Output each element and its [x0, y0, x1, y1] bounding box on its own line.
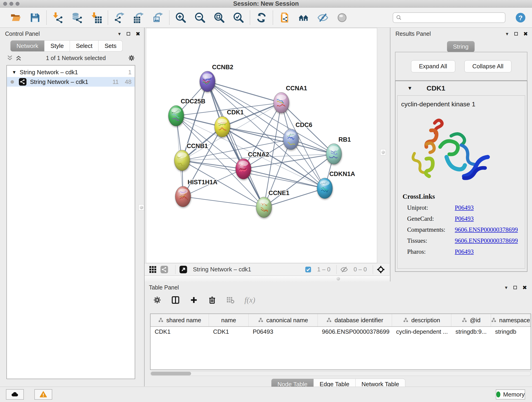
export-image-icon[interactable] [152, 12, 164, 23]
zoom-out-icon[interactable] [194, 12, 206, 23]
tree-expander-icon[interactable]: ▼ [12, 70, 17, 75]
left-splitter-handle[interactable] [139, 204, 144, 211]
zoom-fit-icon[interactable] [214, 12, 225, 23]
tab-string[interactable]: String [447, 41, 475, 52]
network-share-icon[interactable] [160, 265, 168, 274]
cloud-status-button[interactable] [6, 389, 24, 400]
node-gloss-highlight [203, 74, 212, 79]
grid-view-icon[interactable] [149, 265, 157, 274]
panel-menu-icon[interactable]: ▾ [506, 31, 508, 37]
panel-menu-icon[interactable]: ▾ [118, 31, 121, 37]
column-header-@id[interactable]: @id [451, 314, 491, 326]
column-header-database-identifier[interactable]: database identifier [318, 314, 392, 326]
edge-CCNA2-CDKN1A[interactable] [243, 169, 325, 188]
shared-column-icon [326, 317, 332, 323]
collapse-all-networks-icon[interactable] [6, 55, 13, 61]
edge-CCNB2-CCNA1[interactable] [207, 82, 281, 103]
crosslink-link[interactable]: P06493 [455, 248, 474, 255]
column-header-namespace[interactable]: namespace [491, 314, 530, 326]
panel-float-icon[interactable] [513, 286, 517, 289]
crosslink-link[interactable]: 9606.ENSP00000378699 [455, 237, 518, 244]
network-options-gear-icon[interactable] [128, 54, 135, 62]
import-network-from-database-icon[interactable] [71, 12, 83, 23]
import-table-from-file-icon[interactable] [91, 12, 102, 23]
network-row[interactable]: String Network – cdk1 11 48 [7, 77, 135, 87]
entry-expander-icon[interactable]: ▼ [407, 85, 412, 91]
panel-close-icon[interactable]: ✖ [523, 31, 528, 37]
detach-view-icon[interactable] [179, 265, 187, 274]
table-row[interactable]: CDK1CDK1P064939606.ENSP00000378699cyclin… [151, 327, 531, 337]
zoom-in-icon[interactable] [175, 12, 186, 23]
node-CCNA1[interactable]: CCNA1 [273, 85, 307, 113]
collection-count: 1 [119, 69, 132, 76]
home-pages-icon[interactable] [298, 12, 309, 23]
search-box[interactable] [393, 12, 505, 23]
panel-float-icon[interactable] [127, 32, 130, 36]
network-collection-row[interactable]: ▼ String Network – cdk1 1 [7, 67, 135, 77]
tab-select[interactable]: Select [70, 40, 99, 51]
edge-HIST1H1A-CCNE1[interactable] [183, 197, 264, 207]
table-horizontal-scrollbar[interactable] [150, 371, 531, 376]
hidden-eye-icon[interactable] [340, 266, 348, 274]
birds-eye-view-icon[interactable] [377, 265, 385, 274]
title-bar: Session: New Session [0, 0, 532, 7]
node-gloss-highlight [239, 161, 248, 166]
protein-entry-header[interactable]: ▼ CDK1 [395, 81, 527, 95]
panel-close-icon[interactable]: ✖ [522, 284, 527, 291]
network-overview-icon[interactable] [279, 12, 290, 23]
import-network-from-file-icon[interactable] [52, 12, 64, 23]
network-icon [19, 78, 27, 86]
crosslink-link[interactable]: 9606.ENSP00000378699 [455, 226, 518, 233]
open-session-icon[interactable] [10, 12, 22, 23]
add-column-icon[interactable] [190, 296, 198, 304]
column-header-description[interactable]: description [392, 314, 451, 326]
network-view-toolbar: String Network – cdk1 1 – 0 0 – 0 [145, 263, 389, 276]
network-view-canvas[interactable]: CCNB2CCNA1CDC25BCDK1CDC6RB1CCNB1CCNA2CDK… [146, 28, 377, 263]
edge-CCNB2-CCNE1[interactable] [207, 82, 264, 207]
protein-entry-body: cyclin-dependent kinase 1 [397, 95, 525, 269]
panel-menu-icon[interactable]: ▾ [505, 285, 507, 291]
tab-sets[interactable]: Sets [99, 40, 123, 51]
column-header-shared-name[interactable]: shared name [151, 314, 209, 326]
search-input[interactable] [404, 14, 502, 21]
svg-text:?: ? [519, 14, 523, 22]
tab-style[interactable]: Style [44, 40, 70, 51]
column-header-name[interactable]: name [209, 314, 249, 326]
crosslink-link[interactable]: P06493 [455, 204, 474, 211]
tab-network[interactable]: Network [10, 40, 44, 51]
node-label: CCNB2 [212, 64, 233, 70]
panel-close-icon[interactable]: ✖ [136, 31, 140, 37]
update-view-icon[interactable] [256, 12, 267, 23]
show-columns-icon[interactable] [171, 296, 180, 304]
node-label: CDKN1A [329, 171, 355, 177]
node-CDKN1A[interactable]: CDKN1A [317, 171, 355, 199]
crosslink-link[interactable]: P06493 [455, 215, 474, 222]
expand-all-networks-icon[interactable] [15, 55, 22, 61]
memory-button[interactable]: Memory [496, 389, 525, 400]
expand-all-button[interactable]: Expand All [411, 60, 455, 72]
results-buttons-box: Expand All Collapse All [395, 52, 527, 81]
node-RB1[interactable]: RB1 [326, 136, 351, 164]
hide-panels-icon[interactable] [317, 12, 329, 23]
scrollbar-thumb[interactable] [151, 372, 191, 375]
network-selector-bar: 1 of 1 Network selected [6, 54, 135, 62]
node-HIST1H1A[interactable]: HIST1H1A [175, 179, 217, 207]
selected-checkbox-icon[interactable] [305, 266, 312, 273]
help-icon[interactable]: ? [515, 12, 526, 23]
warnings-button[interactable] [34, 389, 52, 400]
collapse-all-button[interactable]: Collapse All [464, 60, 512, 72]
network-status-dot [11, 80, 14, 84]
export-network-icon[interactable] [114, 12, 125, 23]
delete-column-icon[interactable] [208, 296, 216, 304]
save-session-icon[interactable] [29, 12, 41, 23]
export-table-icon[interactable] [133, 12, 144, 23]
panel-float-icon[interactable] [514, 32, 518, 36]
column-header-canonical-name[interactable]: canonical name [249, 314, 318, 326]
floating-ball-icon[interactable] [336, 12, 348, 23]
right-splitter-handle[interactable] [380, 149, 386, 155]
network-edge-count: 48 [119, 78, 132, 85]
node-CCNE1[interactable]: CCNE1 [256, 190, 289, 218]
zoom-selected-icon[interactable] [233, 12, 244, 23]
table-options-gear-icon[interactable] [153, 296, 162, 304]
node-label: HIST1H1A [188, 179, 217, 186]
